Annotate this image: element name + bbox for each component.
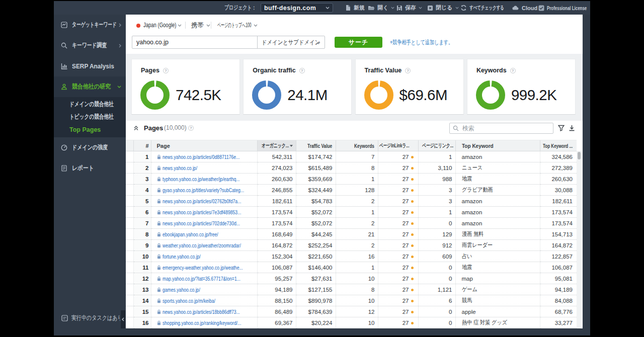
sidebar-item-competitor-research[interactable]: 競合他社の研究 (54, 76, 126, 97)
page-cell: sports.yahoo.co.jp/m/keiba/ (151, 295, 257, 306)
column-header-label: Top Keyword (462, 143, 491, 149)
top-keyword-traffic-cell: 106,087 (540, 262, 577, 273)
row-spacer (126, 196, 133, 207)
page-link[interactable]: news.yahoo.co.jp/articles/702dde730d... (163, 220, 220, 226)
row-spacer (126, 306, 133, 317)
top-keyword-traffic-cell: 164,872 (540, 240, 577, 251)
row-spacer (126, 240, 133, 251)
page-link[interactable]: typhoon.yahoo.co.jp/weather/jp/earthq... (163, 176, 220, 182)
inlink-rank-cell: 27 (378, 229, 418, 240)
row-number: 6 (133, 207, 151, 218)
table-search-box[interactable] (449, 123, 553, 134)
chevron-down-icon[interactable] (178, 24, 182, 27)
sidebar-subitem-トピックの競合他社[interactable]: トピックの競合他社 (54, 111, 126, 123)
organic-traffic-cell: 88,150 (257, 295, 296, 306)
page-link[interactable]: weather.yahoo.co.jp/weather/zoomradar/ (163, 242, 221, 248)
sidebar-subitem-ドメインの競合他社[interactable]: ドメインの競合他社 (54, 98, 126, 111)
toolbar-item-cloud[interactable]: Cloud (512, 1, 537, 15)
page-link[interactable]: news.yahoo.co.jp/articles/18bb86dff73... (163, 309, 220, 315)
column-header-label: # (145, 143, 148, 149)
page-link[interactable]: news.yahoo.co.jp/articles/02762b0fd7a... (163, 198, 221, 204)
table-row: 3typhoon.yahoo.co.jp/weather/jp/earthq..… (126, 174, 577, 185)
toolbar-item-license[interactable]: Professional License (538, 1, 587, 15)
links-to-page-cell: 3 (418, 185, 455, 196)
toolbar-item-save[interactable]: 保存 (396, 1, 422, 15)
save-icon (396, 5, 403, 11)
sidebar-collapse-button[interactable] (121, 310, 125, 328)
metrics-band: Pages?742.5KOrganic traffic?24.1MTraffic… (126, 54, 583, 121)
inlink-rank-dot (411, 200, 414, 203)
device-selector[interactable]: 携帯 (191, 15, 204, 36)
sidebar-item-target-keywords[interactable]: ターゲットキーワード (54, 15, 126, 35)
column-header-2[interactable]: Page (151, 140, 257, 151)
page-link[interactable]: news.yahoo.co.jp/articles/0d8871176e... (163, 154, 220, 160)
column-header-7[interactable]: ページにリンク... (418, 140, 455, 151)
collapse-panel-icon[interactable] (133, 125, 139, 131)
sidebar-item-keyword-research[interactable]: キーワード調査 (54, 35, 126, 56)
filter-icon[interactable] (558, 125, 565, 131)
project-dropdown[interactable]: buff-design.com (261, 3, 333, 13)
top-keyword-traffic-cell: 173,574 (540, 207, 577, 218)
page-link[interactable]: sports.yahoo.co.jp/m/keiba/ (163, 298, 202, 304)
page-link[interactable]: games.yahoo.co.jp/ (163, 287, 191, 293)
scope-select[interactable]: ドメインとサブドメイン (257, 36, 325, 49)
column-header-1[interactable]: # (133, 140, 151, 151)
help-icon: ? (405, 68, 411, 73)
top-keyword-traffic-cell: 154,713 (540, 229, 577, 240)
row-number: 10 (133, 251, 151, 262)
sidebar-item-serp-analysis[interactable]: SERP Analysis (54, 56, 126, 76)
lock-icon (157, 165, 161, 171)
page-cell: news.yahoo.co.jp/articles/7e3df489853... (151, 207, 257, 218)
separator (185, 22, 186, 29)
table-scrollbar[interactable] (577, 151, 581, 328)
chevron-down-icon[interactable] (206, 24, 210, 27)
sidebar-item-reports[interactable]: レポート (54, 158, 126, 179)
column-header-9[interactable]: Top Keyword ... (540, 140, 577, 151)
reports-icon (61, 165, 67, 172)
top-keyword-traffic-cell: 30,088 (540, 185, 577, 196)
page-link[interactable]: shopping.yahoo.co.jp/ranking/keyword/... (163, 320, 221, 326)
running-tasks-item[interactable]: 実行中のタスクはありません (54, 308, 120, 328)
row-spacer (126, 151, 133, 162)
organic-traffic-cell: 182,611 (257, 196, 296, 207)
table-search-input[interactable] (462, 125, 550, 132)
sidebar-subitem-top-pages[interactable]: Top Pages (54, 123, 126, 136)
column-header-8[interactable]: Top Keyword (455, 140, 540, 151)
toolbar-item-open[interactable]: 開く (368, 1, 394, 15)
top-keyword-cell: amazon (455, 196, 540, 207)
row-number: 15 (133, 306, 151, 317)
traffic-value-cell: $127,155 (296, 284, 336, 295)
page-link[interactable]: fortune.yahoo.co.jp/ (163, 254, 191, 260)
toolbar-item-new[interactable]: 新規 (345, 1, 365, 15)
traffic-value-cell: $784,639 (296, 306, 336, 317)
row-number: 4 (133, 185, 151, 196)
page-link[interactable]: news.yahoo.co.jp/ (163, 165, 189, 171)
help-icon: ? (188, 125, 194, 131)
page-link[interactable]: emergency-weather.yahoo.co.jp/weathe... (163, 265, 223, 271)
toolbar-item-close[interactable]: 閉じる (427, 1, 459, 15)
scrollbar-thumb[interactable] (578, 152, 581, 159)
page-link[interactable]: news.yahoo.co.jp/articles/7e3df489853... (163, 209, 221, 215)
page-link[interactable]: gyao.yahoo.co.jp/titles/variety?subCateg… (163, 187, 224, 193)
search-button[interactable]: サーチ (335, 37, 382, 48)
lock-icon (157, 298, 161, 303)
download-icon[interactable] (569, 125, 575, 131)
help-icon: ? (510, 68, 516, 73)
column-header-5[interactable]: Keywords (336, 140, 378, 151)
help-icon: ? (299, 68, 305, 73)
keywords-cell: 8 (336, 162, 378, 174)
page-link[interactable]: ebookjapan.yahoo.co.jp/free/ (163, 231, 204, 237)
chevron-down-icon[interactable] (254, 24, 258, 27)
page-link[interactable]: map.yahoo.co.jp/?lat=35.67717&lon=1... (163, 276, 221, 282)
column-header-4[interactable]: Traffic Value (296, 140, 336, 151)
column-header-label: オーガニック... (262, 142, 281, 149)
domain-input[interactable] (132, 36, 258, 49)
location-selector[interactable]: Japan (Google) (143, 15, 169, 36)
organic-traffic-cell: 86,489 (257, 306, 296, 317)
sidebar-item-domain-strength[interactable]: ドメインの強度 (54, 137, 126, 158)
depth-selector[interactable]: ページのトップへ100 (217, 15, 236, 36)
column-header-6[interactable]: ページInLinkラ... (378, 140, 418, 151)
column-header-3[interactable]: オーガニック... (257, 140, 296, 151)
toolbar-item-check-all[interactable]: すべてチェックする (460, 1, 504, 15)
top-keyword-cell: 雨雲レーダー (455, 240, 540, 251)
